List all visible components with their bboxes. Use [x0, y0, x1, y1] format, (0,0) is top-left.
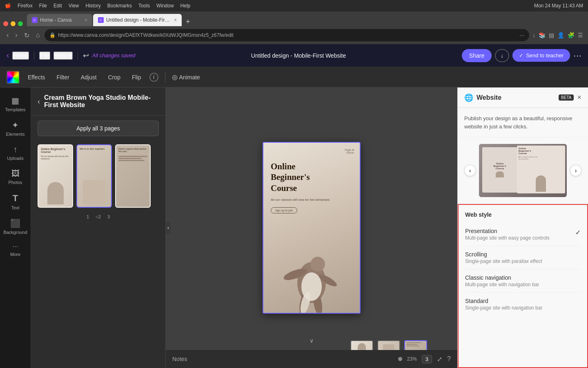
reload-button[interactable]: ↻	[22, 30, 31, 41]
tab-home[interactable]: C Home - Canva ×	[27, 14, 92, 26]
sidebar-item-text[interactable]: T Text	[2, 190, 29, 213]
new-tab-button[interactable]: +	[183, 18, 194, 26]
tab-home-close[interactable]: ×	[85, 17, 87, 23]
history-menu[interactable]: History	[86, 3, 101, 9]
standard-name: Standard	[465, 298, 581, 304]
classic-nav-desc: Multi-page site with navigation bar	[465, 282, 581, 287]
zoom-slider-handle[interactable]	[398, 357, 402, 361]
help-button[interactable]: ?	[447, 355, 451, 363]
carousel-prev-button[interactable]: ‹	[464, 165, 476, 176]
canvas-heading: OnlineBeginner'sCourse All our classes w…	[271, 161, 352, 213]
info-button[interactable]: i	[149, 73, 158, 82]
style-option-presentation[interactable]: Presentation Multi-page site with easy p…	[465, 223, 581, 246]
elements-label: Elements	[6, 132, 25, 137]
bookmarks-menu[interactable]: Bookmarks	[107, 3, 132, 9]
canva-back-chevron[interactable]: ‹	[7, 51, 9, 60]
help-menu[interactable]: Help	[180, 3, 191, 9]
send-teacher-check-icon: ✓	[519, 52, 523, 58]
address-bar[interactable]: 🔒 https://www.canva.com/design/DAEfXTWdk…	[45, 29, 529, 41]
close-panel-button[interactable]: ×	[577, 93, 581, 102]
effects-button[interactable]: Effects	[24, 72, 49, 82]
edit-menu[interactable]: Edit	[53, 3, 62, 9]
template-thumb-1[interactable]: Online Beginner's Course All our classes…	[38, 144, 73, 208]
sidebar-icon[interactable]: ▤	[549, 32, 554, 38]
browser-addressbar: ‹ › ↻ ⌂ 🔒 https://www.canva.com/design/D…	[0, 26, 588, 44]
canva-home-link[interactable]: Home	[12, 52, 29, 60]
window-menu[interactable]: Window	[156, 3, 174, 9]
animate-button[interactable]: ◎ Animate	[172, 73, 200, 81]
carousel-next-button[interactable]: ›	[570, 165, 581, 176]
firefox-menu[interactable]: Firefox	[18, 3, 33, 9]
template-thumb-2[interactable]: We're in this together.	[76, 144, 112, 208]
animate-icon: ◎	[172, 73, 178, 81]
sidebar-item-templates[interactable]: ▦ Templates	[2, 92, 29, 115]
tab-home-label: Home - Canva	[40, 17, 71, 23]
style-option-standard-text: Standard Single-page site with navigatio…	[465, 298, 581, 311]
svg-point-1	[310, 257, 325, 272]
fullscreen-button[interactable]: ⤢	[437, 355, 442, 363]
apple-icon[interactable]: 🍎	[5, 3, 11, 9]
sidebar-item-more[interactable]: ··· More	[2, 240, 29, 260]
topbar-divider-2	[78, 52, 78, 60]
sidebar-item-elements[interactable]: ✦ Elements	[2, 117, 29, 140]
more-options-button[interactable]: ⋯	[573, 51, 581, 61]
tools-menu[interactable]: Tools	[138, 3, 150, 9]
uploads-icon: ↑	[13, 145, 18, 154]
signup-button[interactable]: sign up to join	[271, 207, 297, 213]
template-thumb-3[interactable]: Find a space that works for you.	[115, 144, 151, 208]
notes-button[interactable]: Notes	[172, 356, 187, 362]
forward-button[interactable]: ›	[13, 30, 19, 40]
canva-resize-btn[interactable]: Resize	[53, 52, 73, 60]
bookmarks-icon[interactable]: 📚	[539, 32, 546, 38]
close-window-btn[interactable]	[3, 21, 8, 26]
undo-button[interactable]: ↩	[83, 51, 89, 60]
web-style-section: Web style Presentation Multi-page site w…	[458, 204, 588, 368]
sidebar-item-background[interactable]: ⬛ Background	[2, 215, 29, 238]
extensions-icon[interactable]: 🧩	[568, 32, 575, 38]
maximize-window-btn[interactable]	[18, 21, 23, 26]
sidebar-item-uploads[interactable]: ↑ Uploads	[2, 141, 29, 164]
apply-all-button[interactable]: Apply all 3 pages	[38, 121, 159, 136]
design-canvas[interactable]: Yoga at Home OnlineBeginner'sCourse All …	[263, 142, 361, 314]
crop-button[interactable]: Crop	[105, 72, 124, 82]
yoga-person-svg	[279, 233, 344, 313]
web-style-content: Web style Presentation Multi-page site w…	[459, 205, 587, 322]
sidebar-item-photos[interactable]: 🖼 Photos	[2, 166, 29, 188]
templates-back-button[interactable]: ‹	[38, 97, 40, 106]
more-label: More	[10, 252, 20, 257]
send-to-teacher-button[interactable]: ✓ Send to teacher	[512, 49, 570, 62]
templates-label: Templates	[5, 107, 25, 112]
tab-design-close[interactable]: ×	[174, 17, 177, 23]
canva-file-menu[interactable]: File	[39, 52, 50, 60]
zoom-control	[398, 357, 402, 361]
downloads-icon[interactable]: ↓	[532, 32, 535, 38]
canvas-subtext: All our classes will now be live-streame…	[271, 197, 352, 202]
scrolling-name: Scrolling	[465, 251, 581, 258]
view-menu[interactable]: View	[69, 3, 79, 9]
web-style-title: Web style	[465, 211, 581, 218]
minimize-window-btn[interactable]	[11, 21, 16, 26]
back-button[interactable]: ‹	[5, 30, 10, 40]
style-option-scrolling[interactable]: Scrolling Single-page site with parallax…	[465, 246, 581, 269]
template-thumbnails-container: Online Beginner's Course All our classes…	[31, 141, 165, 211]
canva-app: ‹ Home File Resize ↩ All changes saved U…	[0, 44, 588, 368]
flip-button[interactable]: Flip	[129, 72, 145, 82]
panel-toggle-button[interactable]: ‹	[166, 222, 171, 234]
file-menu[interactable]: File	[39, 3, 47, 9]
color-picker-button[interactable]	[7, 71, 20, 84]
profile-icon[interactable]: 👤	[557, 32, 564, 38]
yoga-figure-area	[263, 223, 360, 313]
tab-design[interactable]: C Untitled design - Mobile-First W... ×	[93, 14, 182, 26]
menu-icon[interactable]: ☰	[578, 32, 583, 38]
adjust-button[interactable]: Adjust	[78, 72, 100, 82]
style-option-classic-nav[interactable]: Classic navigation Multi-page site with …	[465, 269, 581, 293]
download-button[interactable]: ↓	[495, 49, 509, 62]
filter-button[interactable]: Filter	[53, 72, 73, 82]
style-option-standard[interactable]: Standard Single-page site with navigatio…	[465, 293, 581, 316]
yoga-at-text: Yoga at	[344, 148, 354, 151]
design-title: Untitled design - Mobile-First Website	[140, 52, 457, 59]
canvas-expand-toggle[interactable]: ∨	[310, 337, 314, 344]
page-count-button[interactable]: 3	[422, 355, 432, 364]
home-nav-button[interactable]: ⌂	[34, 30, 42, 40]
share-button[interactable]: Share	[462, 49, 492, 62]
